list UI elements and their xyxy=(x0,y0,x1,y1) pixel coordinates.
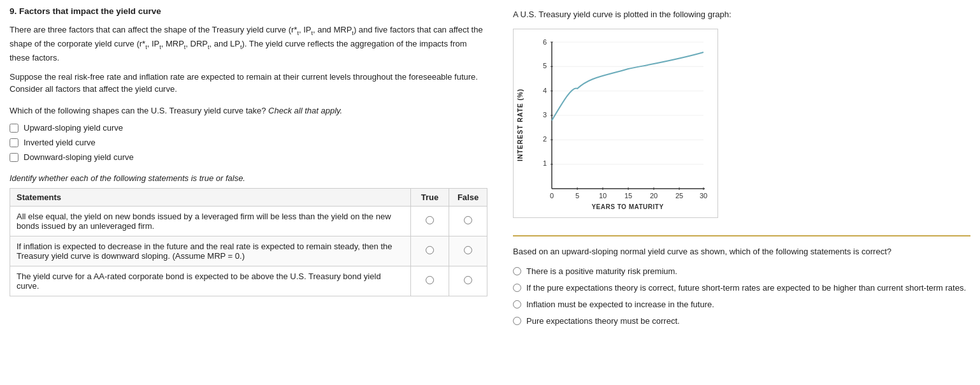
question2-text: Based on an upward-sloping normal yield … xyxy=(513,245,970,258)
svg-text:4: 4 xyxy=(543,87,547,94)
checkbox-downward-input[interactable] xyxy=(10,153,18,162)
radio-q2-label1: There is a positive maturity risk premiu… xyxy=(526,266,677,277)
checkbox-inverted-input[interactable] xyxy=(10,138,18,147)
radio-false-row1[interactable] xyxy=(464,216,472,224)
checkbox-upward-input[interactable] xyxy=(10,124,18,133)
radio-q2-label2: If the pure expectations theory is corre… xyxy=(526,282,966,294)
svg-text:5: 5 xyxy=(575,192,579,200)
paragraph-2: Suppose the real risk-free rate and infl… xyxy=(10,71,487,96)
radio-q2-option1[interactable] xyxy=(513,267,521,275)
statements-table: Statements True False All else equal, th… xyxy=(10,188,487,296)
radio-option-4[interactable]: Pure expectations theory must be correct… xyxy=(513,316,970,327)
radio-false-row2[interactable] xyxy=(464,246,472,254)
y-axis-label: INTEREST RATE (%) xyxy=(517,89,524,161)
svg-text:YEARS TO MATURITY: YEARS TO MATURITY xyxy=(591,203,663,210)
svg-text:15: 15 xyxy=(624,192,632,200)
yield-curve-chart: 1 2 3 4 5 6 xyxy=(526,36,711,214)
right-intro-text: A U.S. Treasury yield curve is plotted i… xyxy=(513,10,970,19)
svg-text:5: 5 xyxy=(543,62,547,69)
radio-q2-option4[interactable] xyxy=(513,317,521,325)
truefalse-instruction: Identify whether each of the following s… xyxy=(10,173,487,183)
checkbox-inverted-label: Inverted yield curve xyxy=(24,138,96,147)
checkbox-upward-label: Upward-sloping yield curve xyxy=(24,123,123,133)
radio-true-row2[interactable] xyxy=(426,246,434,254)
section-title-text: Factors that impact the yield curve xyxy=(19,6,161,16)
left-column: 9. Factors that impact the yield curve T… xyxy=(10,6,487,332)
radio-option-2[interactable]: If the pure expectations theory is corre… xyxy=(513,282,970,294)
svg-text:30: 30 xyxy=(700,192,707,200)
radio-option-3[interactable]: Inflation must be expected to increase i… xyxy=(513,299,970,310)
table-row: The yield curve for a AA-rated corporate… xyxy=(10,266,487,296)
graph-area: INTEREST RATE (%) 1 2 xyxy=(517,36,711,214)
radio-q2-option2[interactable] xyxy=(513,284,521,292)
svg-text:2: 2 xyxy=(543,135,547,143)
radio-false-row3[interactable] xyxy=(464,276,472,284)
col-false: False xyxy=(449,189,487,207)
col-statement: Statements xyxy=(10,189,411,207)
right-column: A U.S. Treasury yield curve is plotted i… xyxy=(507,6,970,332)
divider xyxy=(513,235,970,236)
svg-text:20: 20 xyxy=(650,192,658,200)
radio-q2-option3[interactable] xyxy=(513,300,521,309)
section-number: 9. xyxy=(10,6,17,16)
radio-q2-label3: Inflation must be expected to increase i… xyxy=(526,299,714,310)
checkbox-downward-label: Downward-sloping yield curve xyxy=(24,152,134,162)
statement-1-text: All else equal, the yield on new bonds i… xyxy=(10,207,411,236)
svg-text:10: 10 xyxy=(599,192,607,200)
statement-2-text: If inflation is expected to decrease in … xyxy=(10,236,411,266)
statement-2-true[interactable] xyxy=(411,236,449,266)
table-row: All else equal, the yield on new bonds i… xyxy=(10,207,487,236)
radio-true-row3[interactable] xyxy=(426,276,434,284)
checkbox-downward[interactable]: Downward-sloping yield curve xyxy=(10,152,487,162)
table-row: If inflation is expected to decrease in … xyxy=(10,236,487,266)
checkbox-upward[interactable]: Upward-sloping yield curve xyxy=(10,123,487,133)
statement-1-true[interactable] xyxy=(411,207,449,236)
paragraph-1: There are three factors that can affect … xyxy=(10,24,487,64)
statement-1-false[interactable] xyxy=(449,207,487,236)
svg-text:3: 3 xyxy=(543,111,547,119)
statement-3-true[interactable] xyxy=(411,266,449,296)
svg-text:6: 6 xyxy=(543,38,547,46)
col-true: True xyxy=(411,189,449,207)
svg-text:25: 25 xyxy=(675,192,683,200)
svg-text:1: 1 xyxy=(543,159,547,167)
statement-2-false[interactable] xyxy=(449,236,487,266)
section-title: 9. Factors that impact the yield curve xyxy=(10,6,487,16)
statement-3-text: The yield curve for a AA-rated corporate… xyxy=(10,266,411,296)
svg-text:0: 0 xyxy=(550,192,554,200)
radio-option-1[interactable]: There is a positive maturity risk premiu… xyxy=(513,266,970,277)
checkbox-inverted[interactable]: Inverted yield curve xyxy=(10,138,487,147)
radio-true-row1[interactable] xyxy=(426,216,434,224)
statement-3-false[interactable] xyxy=(449,266,487,296)
radio-q2-label4: Pure expectations theory must be correct… xyxy=(526,316,680,327)
main-layout: 9. Factors that impact the yield curve T… xyxy=(10,6,970,332)
checkbox-question-text: Which of the following shapes can the U.… xyxy=(10,105,487,117)
graph-container: INTEREST RATE (%) 1 2 xyxy=(513,29,718,218)
